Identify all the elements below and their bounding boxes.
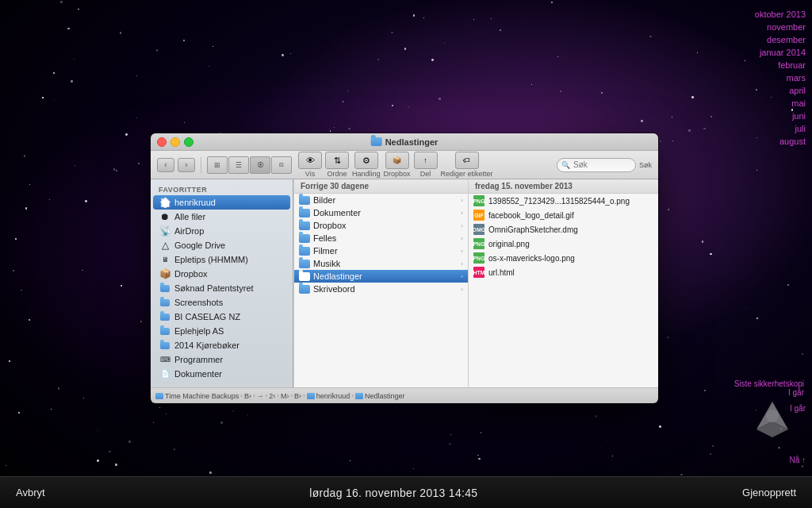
sidebar-item-bi[interactable]: BI CASELAG NZ bbox=[153, 310, 290, 324]
left-col-header: Forrige 30 dagene bbox=[294, 179, 468, 194]
view-list-btn[interactable]: ☰ bbox=[228, 156, 249, 174]
cal-month-8[interactable]: juni bbox=[786, 110, 812, 122]
del-label: Del bbox=[420, 170, 431, 178]
html-icon: HTM bbox=[473, 267, 485, 278]
col-item-filmer[interactable]: Filmer › bbox=[294, 244, 468, 257]
sidebar-item-henrikruud[interactable]: 🏠 henrikruud bbox=[153, 195, 290, 210]
cal-month-7[interactable]: mai bbox=[785, 97, 812, 110]
chevron-icon-2: › bbox=[461, 210, 463, 217]
col-item-bilder[interactable]: Bilder › bbox=[294, 194, 468, 206]
avbryt-button[interactable]: Avbryt bbox=[16, 487, 45, 498]
sok-label: Søk bbox=[639, 161, 652, 169]
path-item-3[interactable]: 2‹ bbox=[269, 392, 275, 400]
sidebar-item-epletips[interactable]: 🖥 Epletips (HHMMM) bbox=[153, 252, 290, 267]
path-item-0[interactable]: Time Machine Backups bbox=[155, 392, 239, 400]
chevron-icon-8: › bbox=[461, 286, 463, 293]
right-column-panel: fredag 15. november 2013 PNG 1398552_712… bbox=[469, 179, 658, 387]
sidebar-section-label: FAVORITTER bbox=[151, 183, 293, 195]
sidebar-item-soknad[interactable]: Søknad Patentstyret bbox=[153, 281, 290, 295]
back-button[interactable]: ‹ bbox=[157, 158, 174, 172]
dokumenter-folder-icon bbox=[299, 209, 310, 217]
dropbox-group: 📦 Dropbox bbox=[384, 152, 411, 178]
path-item-7[interactable]: Nedlastinger bbox=[355, 392, 405, 400]
file-item-3[interactable]: PNG original.png bbox=[469, 237, 658, 251]
path-item-4[interactable]: M› bbox=[281, 392, 289, 400]
col-item-dropbox[interactable]: Dropbox › bbox=[294, 219, 468, 232]
rediger-button[interactable]: 🏷 bbox=[455, 152, 479, 169]
sidebar-item-dokumenter[interactable]: 📄 Dokumenter bbox=[153, 367, 290, 381]
handling-group: ⚙ Handling bbox=[352, 152, 381, 178]
forward-button[interactable]: › bbox=[178, 158, 195, 172]
png-icon-1: PNG bbox=[473, 238, 485, 249]
handling-button[interactable]: ⚙ bbox=[354, 152, 378, 169]
path-item-5[interactable]: B› bbox=[294, 392, 301, 400]
sidebar-item-screenshots[interactable]: Screenshots bbox=[153, 295, 290, 310]
sidebar-item-eplehjelp[interactable]: Eplehjelp AS bbox=[153, 324, 290, 338]
cal-month-6[interactable]: april bbox=[783, 84, 812, 97]
skrivebord-folder-icon bbox=[299, 285, 310, 294]
ordne-button[interactable]: ⇅ bbox=[325, 152, 349, 169]
dropbox-toolbar-button[interactable]: 📦 bbox=[385, 152, 409, 169]
toolbar: ‹ › ⊞ ☰ ⦿ ⧈ 👁 Vis ⇅ Ordne ⚙ Handling 📦 D… bbox=[151, 151, 658, 179]
cal-month-3[interactable]: januar 2014 bbox=[753, 46, 812, 59]
path-sep-0: › bbox=[240, 392, 243, 399]
file-item-0[interactable]: PNG 1398552_7123429...1315825444_o.png bbox=[469, 194, 658, 208]
musikk-folder-icon bbox=[299, 260, 310, 268]
chevron-icon-3: › bbox=[461, 222, 463, 229]
file-item-2[interactable]: DMG OmniGraphSketcher.dmg bbox=[469, 222, 658, 237]
path-item-2[interactable]: → bbox=[257, 392, 264, 400]
right-col-header: fredag 15. november 2013 bbox=[469, 179, 658, 194]
col-item-nedlastinger[interactable]: Nedlastinger › bbox=[294, 270, 468, 283]
path-folder-icon-0 bbox=[155, 393, 163, 399]
png-icon-0: PNG bbox=[473, 195, 485, 206]
path-bar: Time Machine Backups › B› › → › 2‹ › M› … bbox=[151, 387, 658, 403]
path-item-1[interactable]: B› bbox=[244, 392, 251, 400]
col-item-skrivebord[interactable]: Skrivebord › bbox=[294, 283, 468, 295]
sidebar-item-kjorebøker[interactable]: 2014 Kjørebøker bbox=[153, 338, 290, 352]
sidebar-item-dropbox[interactable]: 📦 Dropbox bbox=[153, 267, 290, 281]
chevron-icon: › bbox=[461, 197, 463, 204]
col-item-dokumenter[interactable]: Dokumenter › bbox=[294, 206, 468, 219]
file-item-5[interactable]: HTM url.html bbox=[469, 265, 658, 279]
view-col-btn[interactable]: ⦿ bbox=[250, 156, 270, 174]
sidebar-item-alle-filer[interactable]: ⏺ Alle filer bbox=[153, 210, 290, 224]
rediger-label: Rediger etiketter bbox=[441, 170, 493, 178]
cal-month-4[interactable]: februar bbox=[772, 59, 812, 71]
col-item-musikk[interactable]: Musikk › bbox=[294, 257, 468, 270]
path-sep-5: › bbox=[303, 392, 305, 399]
vis-button[interactable]: 👁 bbox=[298, 152, 322, 169]
view-button-group: ⊞ ☰ ⦿ ⧈ bbox=[207, 156, 292, 174]
file-item-4[interactable]: PNG os-x-mavericks-logo.png bbox=[469, 251, 658, 265]
handling-label: Handling bbox=[352, 170, 381, 178]
cal-month-1[interactable]: november bbox=[760, 21, 812, 33]
cal-month-0[interactable]: oktober 2013 bbox=[749, 8, 812, 21]
cal-month-9[interactable]: juli bbox=[789, 122, 812, 135]
epletips-icon: 🖥 bbox=[159, 254, 170, 265]
sidebar-item-programmer[interactable]: ⌨ Programmer bbox=[153, 352, 290, 367]
minimize-button[interactable] bbox=[170, 137, 180, 147]
cal-month-5[interactable]: mars bbox=[780, 71, 812, 84]
file-item-1[interactable]: GIF facebook_logo_detail.gif bbox=[469, 208, 658, 222]
view-cover-btn[interactable]: ⧈ bbox=[271, 156, 292, 174]
title-bar: Nedlastinger bbox=[151, 133, 658, 151]
view-icon-btn[interactable]: ⊞ bbox=[207, 156, 228, 174]
cal-month-2[interactable]: desember bbox=[760, 33, 812, 46]
maximize-button[interactable] bbox=[184, 137, 193, 147]
del-button[interactable]: ↑ bbox=[414, 152, 438, 169]
sidebar-item-google-drive[interactable]: △ Google Drive bbox=[153, 238, 290, 252]
chevron-icon-7: › bbox=[461, 273, 463, 280]
gjenopprett-button[interactable]: Gjenopprett bbox=[742, 487, 796, 498]
felles-folder-icon bbox=[299, 234, 310, 243]
col-item-felles[interactable]: Felles › bbox=[294, 232, 468, 244]
ordne-label: Ordne bbox=[327, 170, 347, 178]
close-button[interactable] bbox=[157, 137, 167, 147]
cal-month-10[interactable]: august bbox=[773, 135, 812, 148]
sidebar-label-soknad: Søknad Patentstyret bbox=[174, 283, 254, 293]
sidebar-label-kjorebøker: 2014 Kjørebøker bbox=[174, 341, 239, 350]
bottom-bar: Avbryt lørdag 16. november 2013 14:45 Gj… bbox=[0, 476, 812, 508]
dropbox-col-folder-icon bbox=[299, 221, 310, 230]
path-sep-3: › bbox=[277, 392, 279, 399]
sidebar-item-airdrop[interactable]: 📡 AirDrop bbox=[153, 224, 290, 238]
gif-icon: GIF bbox=[473, 210, 485, 221]
path-item-6[interactable]: henrikruud bbox=[307, 392, 350, 400]
